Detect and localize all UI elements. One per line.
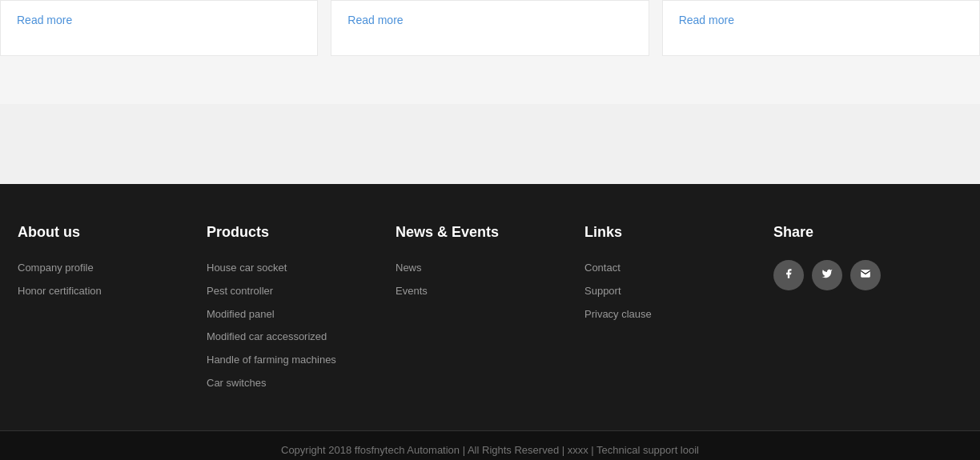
about-us-heading: About us	[18, 224, 207, 241]
twitter-button[interactable]	[812, 260, 842, 290]
twitter-icon	[821, 268, 833, 282]
product-link-house-car-socket[interactable]: House car socket	[207, 260, 396, 277]
links-privacy-clause[interactable]: Privacy clause	[584, 306, 773, 323]
links-support[interactable]: Support	[584, 283, 773, 300]
footer-col-about: About us Company profile Honor certifica…	[18, 224, 207, 398]
share-heading: Share	[773, 224, 962, 241]
footer-col-links: Links Contact Support Privacy clause	[584, 224, 773, 398]
news-events-heading: News & Events	[396, 224, 584, 241]
card-3: Read more	[662, 0, 980, 56]
email-icon	[860, 268, 871, 282]
footer-col-products: Products House car socket Pest controlle…	[207, 224, 396, 398]
email-button[interactable]	[850, 260, 881, 290]
facebook-button[interactable]	[773, 260, 804, 290]
footer-col-news: News & Events News Events	[396, 224, 584, 398]
links-contact[interactable]: Contact	[584, 260, 773, 277]
card-2: Read more	[331, 0, 649, 56]
news-link-news[interactable]: News	[396, 260, 584, 277]
copyright-text: Copyright 2018 ffosfnytech Automation | …	[281, 444, 699, 456]
spacer	[0, 104, 980, 184]
footer-columns: About us Company profile Honor certifica…	[18, 224, 962, 430]
product-link-modified-panel[interactable]: Modified panel	[207, 306, 396, 323]
links-heading: Links	[584, 224, 773, 241]
product-link-pest-controller[interactable]: Pest controller	[207, 283, 396, 300]
product-link-modified-car[interactable]: Modified car accessorized	[207, 329, 396, 346]
read-more-link-2[interactable]: Read more	[347, 1, 403, 39]
about-link-honor-certification[interactable]: Honor certification	[18, 283, 207, 300]
card-1: Read more	[0, 0, 318, 56]
products-heading: Products	[207, 224, 396, 241]
footer-col-share: Share	[773, 224, 962, 398]
read-more-link-3[interactable]: Read more	[679, 1, 734, 39]
social-icons	[773, 260, 962, 290]
about-link-company-profile[interactable]: Company profile	[18, 260, 207, 277]
footer: About us Company profile Honor certifica…	[0, 184, 980, 430]
news-link-events[interactable]: Events	[396, 283, 584, 300]
facebook-icon	[783, 268, 794, 282]
read-more-link-1[interactable]: Read more	[17, 1, 72, 39]
product-link-farming-machines[interactable]: Handle of farming machines	[207, 352, 396, 369]
footer-bottom: Copyright 2018 ffosfnytech Automation | …	[0, 430, 980, 460]
product-link-car-switches[interactable]: Car switches	[207, 375, 396, 392]
cards-section: Read more Read more Read more	[0, 0, 980, 104]
